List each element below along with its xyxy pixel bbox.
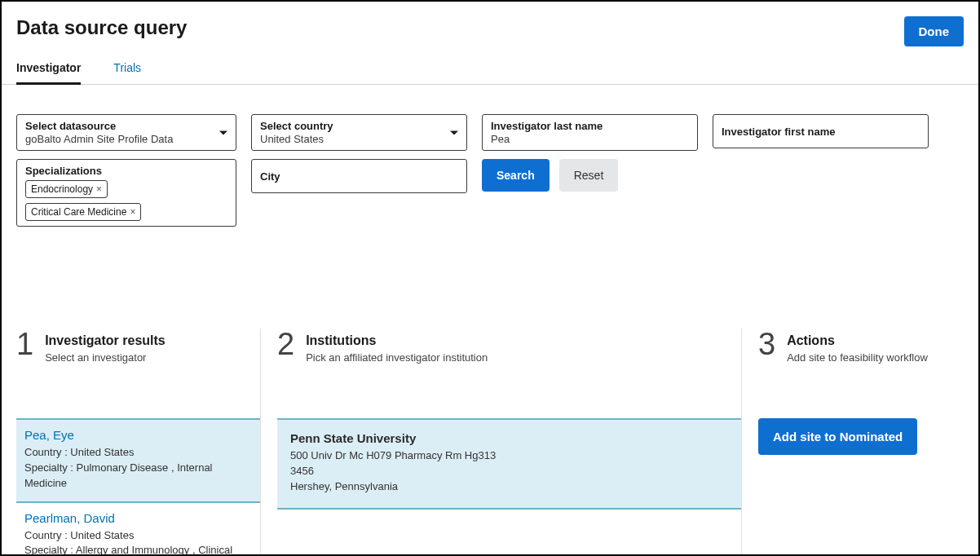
close-icon[interactable]: × — [96, 183, 102, 195]
specializations-field[interactable]: Specializations Endocrinology × Critical… — [16, 159, 236, 227]
tab-investigator[interactable]: Investigator — [16, 61, 81, 85]
investigator-specialty: Specialty : Pulmonary Disease , Internal… — [24, 461, 252, 492]
chip-critical-care[interactable]: Critical Care Medicine × — [25, 203, 141, 221]
step-3-number: 3 — [758, 329, 775, 360]
first-name-input[interactable]: Investigator first name — [713, 114, 929, 148]
investigator-specialty: Specialty : Allergy and Immunology , Cli… — [24, 543, 252, 556]
last-name-label: Investigator last name — [491, 120, 689, 132]
institutions-panel: 2 Institutions Pick an affiliated invest… — [261, 329, 742, 556]
step-1-subtitle: Select an investigator — [45, 351, 166, 364]
chip-label: Endocrinology — [31, 183, 93, 195]
chevron-down-icon — [219, 130, 227, 135]
add-site-nominated-button[interactable]: Add site to Nominated — [758, 418, 917, 455]
investigator-country: Country : United States — [24, 528, 252, 544]
investigator-result[interactable]: Pea, Eye Country : United States Special… — [16, 420, 260, 503]
city-label: City — [260, 170, 280, 183]
investigator-country: Country : United States — [24, 445, 252, 461]
institution-address-2: 3456 — [290, 464, 728, 479]
specializations-label: Specializations — [25, 165, 227, 177]
step-1-number: 1 — [16, 329, 33, 360]
chip-label: Critical Care Medicine — [31, 206, 126, 218]
close-icon[interactable]: × — [130, 206, 135, 218]
tab-trials[interactable]: Trials — [113, 61, 141, 84]
search-button[interactable]: Search — [482, 159, 550, 192]
institution-address-1: 500 Univ Dr Mc H079 Pharmacy Rm Hg313 — [290, 448, 728, 464]
first-name-label: Investigator first name — [722, 126, 835, 138]
institution-name: Penn State University — [290, 431, 728, 445]
investigator-name: Pearlman, David — [24, 511, 252, 525]
reset-button[interactable]: Reset — [559, 159, 619, 192]
step-1-title: Investigator results — [45, 333, 166, 348]
last-name-value: Pea — [491, 133, 689, 145]
step-3-subtitle: Add site to feasibility workflow — [787, 351, 928, 364]
last-name-input[interactable]: Investigator last name Pea — [482, 114, 698, 151]
actions-panel: 3 Actions Add site to feasibility workfl… — [742, 329, 964, 556]
institution-city: Hershey, Pennsylvania — [290, 479, 728, 495]
city-input[interactable]: City — [251, 159, 467, 193]
country-select[interactable]: Select country United States — [251, 114, 467, 151]
country-label: Select country — [260, 120, 458, 132]
datasource-label: Select datasource — [25, 120, 227, 132]
chip-endocrinology[interactable]: Endocrinology × — [25, 180, 108, 198]
institution-item[interactable]: Penn State University 500 Univ Dr Mc H07… — [277, 420, 741, 510]
step-2-title: Institutions — [306, 333, 488, 348]
investigator-result[interactable]: Pearlman, David Country : United States … — [16, 503, 260, 556]
country-value: United States — [260, 133, 458, 145]
tabs: Investigator Trials — [2, 46, 978, 85]
done-button[interactable]: Done — [904, 16, 965, 46]
chevron-down-icon — [450, 130, 458, 135]
investigator-name: Pea, Eye — [24, 428, 252, 442]
filters-row: Select datasource goBalto Admin Site Pro… — [2, 85, 978, 227]
datasource-select[interactable]: Select datasource goBalto Admin Site Pro… — [16, 114, 236, 151]
investigator-results-panel: 1 Investigator results Select an investi… — [16, 329, 261, 556]
step-2-subtitle: Pick an affiliated investigator institut… — [306, 351, 488, 364]
step-3-title: Actions — [787, 333, 928, 348]
page-title: Data source query — [16, 16, 187, 39]
step-2-number: 2 — [277, 329, 294, 360]
datasource-value: goBalto Admin Site Profile Data — [25, 133, 227, 145]
